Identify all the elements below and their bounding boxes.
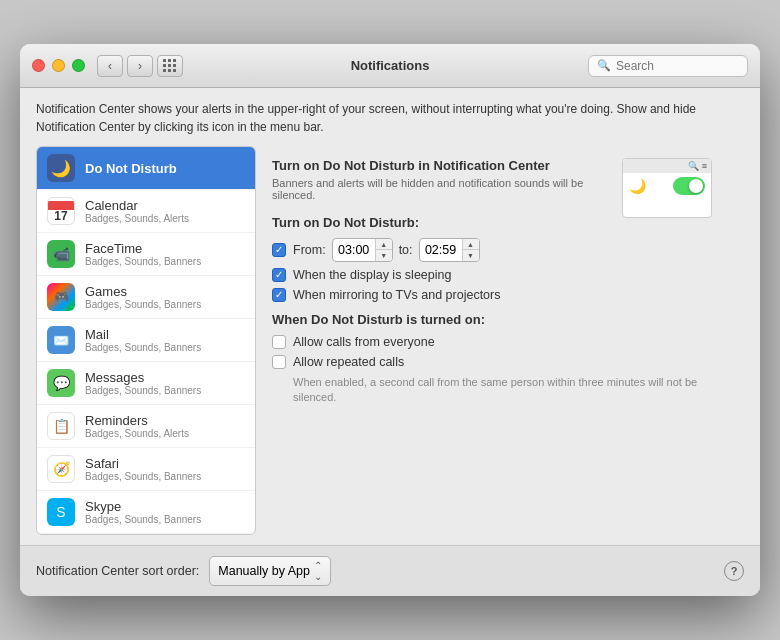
maximize-button[interactable] [72,59,85,72]
sidebar-item-games[interactable]: 🎮 Games Badges, Sounds, Banners [37,276,255,319]
display-sleeping-label: When the display is sleeping [293,268,451,282]
when-on-section: When Do Not Disturb is turned on: Allow … [272,312,728,406]
mirroring-label: When mirroring to TVs and projectors [293,288,501,302]
facetime-icon: 📹 [47,240,75,268]
to-time-input[interactable] [420,241,462,259]
hint-text: When enabled, a second call from the sam… [293,375,728,406]
safari-item-name: Safari [85,456,201,471]
allow-repeated-row: Allow repeated calls [272,355,728,369]
messages-icon: 💬 [47,369,75,397]
mail-item-info: Mail Badges, Sounds, Banners [85,327,201,353]
dnd-item-info: Do Not Disturb [85,161,177,176]
from-time-input[interactable] [333,241,375,259]
preview-toggle[interactable] [673,177,705,195]
main-content: 🌙 Do Not Disturb 17 Calendar Badges, Sou… [20,146,760,535]
facetime-item-info: FaceTime Badges, Sounds, Banners [85,241,201,267]
sidebar-item-safari[interactable]: 🧭 Safari Badges, Sounds, Banners [37,448,255,491]
dnd-center-sub: Banners and alerts will be hidden and no… [272,177,628,201]
mirroring-row: When mirroring to TVs and projectors [272,288,728,302]
safari-item-info: Safari Badges, Sounds, Banners [85,456,201,482]
mail-item-name: Mail [85,327,201,342]
help-button[interactable]: ? [724,561,744,581]
safari-item-sub: Badges, Sounds, Banners [85,471,201,482]
sort-chevron-icon: ⌃⌄ [314,560,322,582]
dnd-item-name: Do Not Disturb [85,161,177,176]
dnd-options-section: Turn on Do Not Disturb: From: ▲ ▼ [272,215,728,302]
info-text: Notification Center shows your alerts in… [20,88,760,146]
sidebar-item-do-not-disturb[interactable]: 🌙 Do Not Disturb [37,147,255,190]
nav-buttons: ‹ › [97,55,153,77]
sort-order-value: Manually by App [218,564,310,578]
games-icon: 🎮 [47,283,75,311]
to-step-down[interactable]: ▼ [463,250,479,261]
search-input[interactable] [616,59,736,73]
allow-everyone-label: Allow calls from everyone [293,335,435,349]
preview-list-icon: ≡ [702,161,707,171]
sidebar-item-calendar[interactable]: 17 Calendar Badges, Sounds, Alerts [37,190,255,233]
grid-icon [163,59,177,73]
games-item-info: Games Badges, Sounds, Banners [85,284,201,310]
mail-item-sub: Badges, Sounds, Banners [85,342,201,353]
sidebar: 🌙 Do Not Disturb 17 Calendar Badges, Sou… [36,146,256,535]
display-sleeping-checkbox[interactable] [272,268,286,282]
calendar-item-sub: Badges, Sounds, Alerts [85,213,189,224]
sidebar-item-reminders[interactable]: 📋 Reminders Badges, Sounds, Alerts [37,405,255,448]
to-time-input-wrap: ▲ ▼ [419,238,480,262]
bottom-bar: Notification Center sort order: Manually… [20,545,760,596]
calendar-icon: 17 [47,197,75,225]
sidebar-item-skype[interactable]: S Skype Badges, Sounds, Banners [37,491,255,534]
from-step-down[interactable]: ▼ [376,250,392,261]
forward-button[interactable]: › [127,55,153,77]
to-label: to: [399,243,413,257]
sort-order-select[interactable]: Manually by App ⌃⌄ [209,556,331,586]
reminders-icon: 📋 [47,412,75,440]
window-title: Notifications [351,58,430,73]
main-window: ‹ › Notifications 🔍 Notification Center … [20,44,760,596]
from-time-input-wrap: ▲ ▼ [332,238,393,262]
from-checkbox[interactable] [272,243,286,257]
allow-everyone-row: Allow calls from everyone [272,335,728,349]
games-item-sub: Badges, Sounds, Banners [85,299,201,310]
when-on-title: When Do Not Disturb is turned on: [272,312,728,327]
close-button[interactable] [32,59,45,72]
from-stepper: ▲ ▼ [375,239,392,261]
messages-item-info: Messages Badges, Sounds, Banners [85,370,201,396]
right-panel: Turn on Do Not Disturb in Notification C… [256,146,744,535]
minimize-button[interactable] [52,59,65,72]
from-step-up[interactable]: ▲ [376,239,392,250]
search-bar[interactable]: 🔍 [588,55,748,77]
allow-repeated-checkbox[interactable] [272,355,286,369]
sidebar-item-facetime[interactable]: 📹 FaceTime Badges, Sounds, Banners [37,233,255,276]
calendar-item-info: Calendar Badges, Sounds, Alerts [85,198,189,224]
to-step-up[interactable]: ▲ [463,239,479,250]
sidebar-item-messages[interactable]: 💬 Messages Badges, Sounds, Banners [37,362,255,405]
skype-item-info: Skype Badges, Sounds, Banners [85,499,201,525]
sidebar-item-mail[interactable]: ✉️ Mail Badges, Sounds, Banners [37,319,255,362]
reminders-item-sub: Badges, Sounds, Alerts [85,428,189,439]
preview-moon-icon: 🌙 [629,178,646,194]
display-sleeping-row: When the display is sleeping [272,268,728,282]
titlebar: ‹ › Notifications 🔍 [20,44,760,88]
games-item-name: Games [85,284,201,299]
grid-button[interactable] [157,55,183,77]
messages-item-name: Messages [85,370,201,385]
dnd-center-section: Turn on Do Not Disturb in Notification C… [272,158,728,201]
reminders-item-info: Reminders Badges, Sounds, Alerts [85,413,189,439]
skype-icon: S [47,498,75,526]
dnd-preview: 🔍 ≡ 🌙 [622,158,712,218]
mirroring-checkbox[interactable] [272,288,286,302]
preview-search-icon: 🔍 [688,161,699,171]
skype-item-sub: Badges, Sounds, Banners [85,514,201,525]
from-row: From: ▲ ▼ to: ▲ [272,238,728,262]
back-button[interactable]: ‹ [97,55,123,77]
allow-everyone-checkbox[interactable] [272,335,286,349]
allow-repeated-label: Allow repeated calls [293,355,404,369]
sort-order-label: Notification Center sort order: [36,564,199,578]
messages-item-sub: Badges, Sounds, Banners [85,385,201,396]
reminders-item-name: Reminders [85,413,189,428]
facetime-item-name: FaceTime [85,241,201,256]
facetime-item-sub: Badges, Sounds, Banners [85,256,201,267]
from-label: From: [293,243,326,257]
search-icon: 🔍 [597,59,611,72]
traffic-lights [32,59,85,72]
